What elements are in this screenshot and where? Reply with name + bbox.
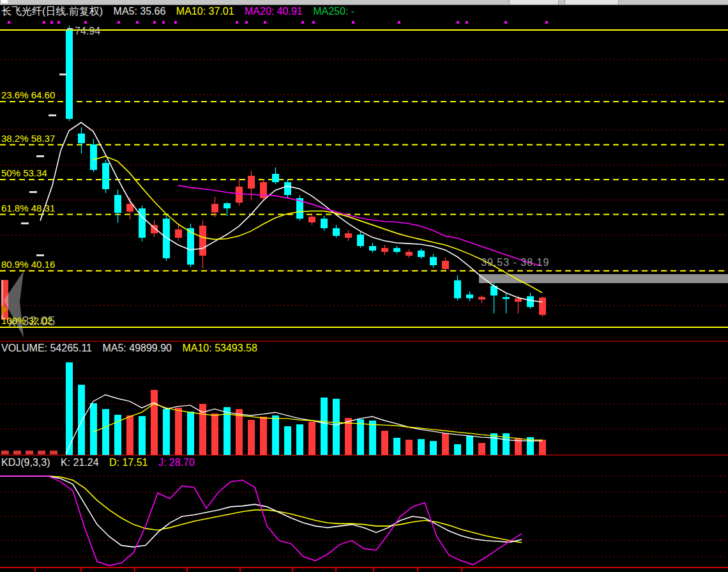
volume-bar <box>418 439 425 455</box>
marker-dot <box>264 21 266 24</box>
candle-body <box>163 219 170 258</box>
top-strip-box <box>1 0 8 3</box>
volume-bar <box>321 398 328 455</box>
candle-body <box>515 298 522 302</box>
volume-bar <box>139 416 146 455</box>
volume-bar <box>126 415 133 455</box>
time-axis-tick <box>80 568 82 572</box>
candle-body <box>102 163 109 189</box>
time-axis-tick <box>417 568 418 572</box>
time-axis-tick <box>292 568 293 572</box>
candle-body <box>248 176 255 189</box>
candle-body <box>503 297 510 299</box>
volume-bar <box>478 443 485 455</box>
candle-body <box>211 204 218 212</box>
candle-body <box>199 226 206 256</box>
candle-body <box>78 134 85 143</box>
volume-bar <box>454 444 461 455</box>
candle-body <box>430 257 437 265</box>
candle-body <box>333 228 340 236</box>
marker-dot <box>43 21 45 24</box>
time-axis-tick <box>335 568 337 572</box>
candle-body <box>321 219 328 228</box>
top-strip-button[interactable] <box>565 0 619 4</box>
kdj-k-line <box>0 476 522 547</box>
candle-body <box>369 246 376 251</box>
marker-dot <box>50 21 53 24</box>
time-axis-tick <box>186 568 188 572</box>
volume-bar <box>406 440 413 455</box>
volume-bar <box>187 412 194 455</box>
trend-dash <box>29 191 37 193</box>
volume-stub <box>26 451 33 454</box>
marker-dot <box>398 21 400 24</box>
candle-body <box>393 248 400 252</box>
volume-bar <box>284 426 291 455</box>
marker-dot <box>136 21 139 24</box>
volume-bar <box>175 408 182 455</box>
marker-dot <box>236 21 238 24</box>
time-axis-tick <box>134 568 135 572</box>
candle-body <box>308 217 315 222</box>
volume-bar <box>466 436 473 455</box>
price-ma20-line <box>178 185 542 266</box>
volume-bar <box>393 438 400 455</box>
candle-body <box>418 251 425 257</box>
marker-dot <box>57 21 60 24</box>
volume-bar <box>272 415 279 455</box>
time-axis-tick <box>461 568 462 572</box>
time-axis-line <box>0 567 728 568</box>
candle-body <box>236 187 243 203</box>
volume-bar <box>163 409 170 455</box>
marker-dot <box>466 21 468 24</box>
marker-dot <box>457 21 459 24</box>
candle-body <box>175 229 182 238</box>
candle-body <box>527 296 534 307</box>
trend-dash <box>21 222 29 224</box>
marker-dot <box>162 21 165 24</box>
trend-dash <box>36 254 44 256</box>
volume-bar <box>211 414 218 455</box>
candle-body <box>539 298 546 315</box>
volume-bar <box>442 433 449 455</box>
panel-separator <box>0 341 728 342</box>
volume-bar <box>357 419 364 455</box>
volume-bar <box>260 417 267 455</box>
marker-dot <box>84 21 87 24</box>
kdj-j-line <box>0 476 522 566</box>
trend-dash <box>36 155 44 157</box>
marker-dot <box>352 21 354 24</box>
candle-body <box>224 203 231 208</box>
candle-body <box>284 182 291 195</box>
volume-bar <box>102 409 109 455</box>
candle-body <box>345 233 352 238</box>
volume-bar <box>430 441 437 455</box>
marker-dot <box>245 21 248 24</box>
chart-canvas[interactable] <box>0 0 728 572</box>
candle-body <box>187 228 194 265</box>
marker-dot <box>174 21 177 24</box>
volume-bar <box>90 403 97 455</box>
marker-dot <box>312 21 315 24</box>
volume-bar <box>78 385 85 455</box>
trend-dash <box>49 114 56 116</box>
price-ma10-line <box>93 157 542 293</box>
marker-dot <box>545 21 548 24</box>
marker-dot <box>153 21 156 24</box>
volume-stub <box>13 451 21 454</box>
window-top-strip <box>0 0 728 5</box>
candle-body <box>139 208 146 238</box>
volume-stub <box>50 451 57 454</box>
trend-dash <box>59 73 67 75</box>
volume-stub <box>1 451 9 454</box>
volume-bar <box>151 390 158 455</box>
volume-bar <box>308 422 315 455</box>
marker-dot <box>301 21 304 24</box>
candle-body <box>478 297 485 300</box>
candle-body <box>272 174 279 182</box>
high-marker-tick <box>67 28 73 29</box>
time-axis-tick <box>373 568 374 572</box>
top-strip-button[interactable] <box>509 0 559 4</box>
candle-body <box>466 295 473 298</box>
candle-body <box>442 261 449 269</box>
